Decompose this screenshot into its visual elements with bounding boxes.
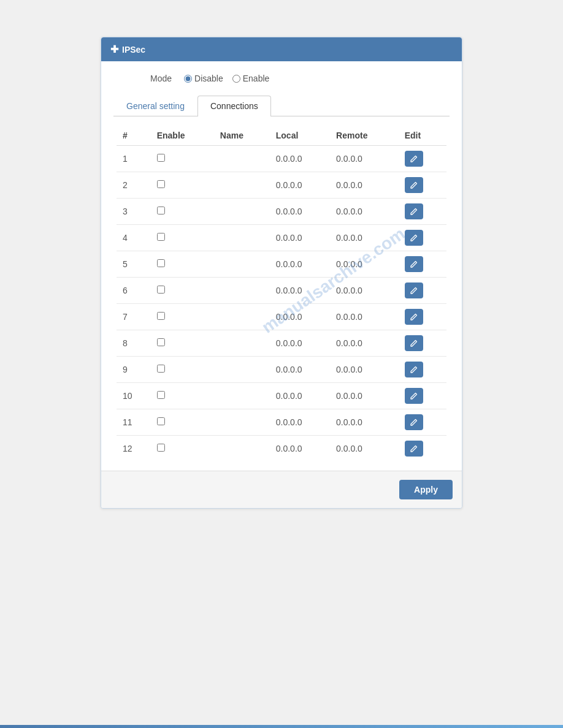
edit-button[interactable] (405, 151, 423, 167)
table-row: 40.0.0.00.0.0.0 (117, 225, 446, 251)
mode-enable-radio[interactable] (232, 75, 240, 83)
col-header-name: Name (214, 126, 270, 146)
row-local: 0.0.0.0 (270, 330, 330, 357)
mode-disable-radio[interactable] (184, 75, 192, 83)
panel-header: ✚ IPSec (101, 37, 462, 61)
row-name (214, 251, 270, 278)
row-edit[interactable] (399, 409, 446, 436)
tab-connections[interactable]: Connections (197, 96, 271, 116)
edit-button[interactable] (405, 230, 423, 246)
enable-checkbox[interactable] (157, 312, 165, 320)
row-edit[interactable] (399, 146, 446, 172)
edit-button[interactable] (405, 441, 423, 457)
row-edit[interactable] (399, 225, 446, 251)
enable-checkbox[interactable] (157, 180, 165, 188)
row-local: 0.0.0.0 (270, 172, 330, 199)
row-enable[interactable] (151, 172, 214, 199)
row-enable[interactable] (151, 383, 214, 409)
row-name (214, 383, 270, 409)
row-enable[interactable] (151, 304, 214, 330)
row-enable[interactable] (151, 357, 214, 383)
row-num: 4 (117, 225, 151, 251)
edit-button[interactable] (405, 256, 423, 272)
table-row: 20.0.0.00.0.0.0 (117, 172, 446, 199)
edit-button[interactable] (405, 388, 423, 404)
edit-button[interactable] (405, 282, 423, 298)
edit-button[interactable] (405, 177, 423, 193)
row-edit[interactable] (399, 383, 446, 409)
enable-checkbox[interactable] (157, 391, 165, 399)
enable-checkbox[interactable] (157, 286, 165, 294)
row-edit[interactable] (399, 199, 446, 225)
row-remote: 0.0.0.0 (330, 330, 399, 357)
row-edit[interactable] (399, 278, 446, 304)
enable-checkbox[interactable] (157, 417, 165, 425)
row-enable[interactable] (151, 436, 214, 462)
col-header-local: Local (270, 126, 330, 146)
edit-icon (410, 418, 418, 427)
table-row: 100.0.0.00.0.0.0 (117, 383, 446, 409)
edit-icon (410, 392, 418, 400)
enable-checkbox[interactable] (157, 259, 165, 267)
row-local: 0.0.0.0 (270, 251, 330, 278)
edit-button[interactable] (405, 203, 423, 219)
enable-checkbox[interactable] (157, 365, 165, 373)
apply-button[interactable]: Apply (399, 480, 453, 499)
row-local: 0.0.0.0 (270, 436, 330, 462)
row-name (214, 304, 270, 330)
row-edit[interactable] (399, 330, 446, 357)
row-num: 2 (117, 172, 151, 199)
row-remote: 0.0.0.0 (330, 199, 399, 225)
row-local: 0.0.0.0 (270, 357, 330, 383)
row-enable[interactable] (151, 199, 214, 225)
table-row: 120.0.0.00.0.0.0 (117, 436, 446, 462)
edit-icon (410, 339, 418, 347)
row-enable[interactable] (151, 146, 214, 172)
edit-button[interactable] (405, 362, 423, 377)
enable-checkbox[interactable] (157, 444, 165, 452)
enable-checkbox[interactable] (157, 233, 165, 241)
row-enable[interactable] (151, 251, 214, 278)
mode-disable-label: Disable (194, 74, 223, 83)
row-enable[interactable] (151, 409, 214, 436)
edit-icon (410, 207, 418, 216)
mode-enable-option[interactable]: Enable (232, 74, 270, 83)
row-enable[interactable] (151, 278, 214, 304)
edit-button[interactable] (405, 309, 423, 325)
row-local: 0.0.0.0 (270, 199, 330, 225)
edit-button[interactable] (405, 414, 423, 430)
mode-disable-option[interactable]: Disable (184, 74, 223, 83)
row-local: 0.0.0.0 (270, 304, 330, 330)
enable-checkbox[interactable] (157, 207, 165, 214)
col-header-num: # (117, 126, 151, 146)
row-edit[interactable] (399, 436, 446, 462)
plus-icon: ✚ (110, 44, 118, 55)
row-remote: 0.0.0.0 (330, 383, 399, 409)
row-edit[interactable] (399, 304, 446, 330)
row-name (214, 357, 270, 383)
table-row: 80.0.0.00.0.0.0 (117, 330, 446, 357)
row-local: 0.0.0.0 (270, 409, 330, 436)
row-local: 0.0.0.0 (270, 146, 330, 172)
table-row: 60.0.0.00.0.0.0 (117, 278, 446, 304)
row-enable[interactable] (151, 330, 214, 357)
table-row: 70.0.0.00.0.0.0 (117, 304, 446, 330)
row-enable[interactable] (151, 225, 214, 251)
enable-checkbox[interactable] (157, 338, 165, 346)
row-edit[interactable] (399, 357, 446, 383)
row-remote: 0.0.0.0 (330, 146, 399, 172)
mode-row: Mode Disable Enable (113, 74, 450, 83)
connections-table-wrapper: # Enable Name Local Remote Edit 10.0.0.0… (113, 116, 450, 471)
enable-checkbox[interactable] (157, 154, 165, 162)
row-edit[interactable] (399, 172, 446, 199)
row-name (214, 409, 270, 436)
row-name (214, 146, 270, 172)
edit-icon (410, 233, 418, 242)
row-edit[interactable] (399, 251, 446, 278)
edit-button[interactable] (405, 335, 423, 351)
row-remote: 0.0.0.0 (330, 409, 399, 436)
edit-icon (410, 313, 418, 321)
tab-general-setting[interactable]: General setting (113, 96, 197, 116)
row-name (214, 225, 270, 251)
row-remote: 0.0.0.0 (330, 278, 399, 304)
